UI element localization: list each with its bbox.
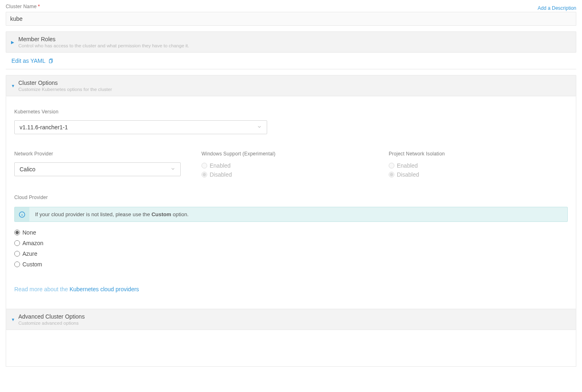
edit-as-yaml-link[interactable]: Edit as YAML [11,58,54,64]
svg-rect-1 [49,60,51,63]
cloud-provider-label: Cloud Provider [14,195,48,200]
cloud-provider-azure-radio[interactable]: Azure [14,250,568,257]
member-roles-title: Member Roles [18,36,571,42]
required-asterisk: * [38,3,40,9]
advanced-options-title: Advanced Cluster Options [18,313,571,320]
windows-support-disabled-text: Disabled [210,171,232,178]
cluster-name-input[interactable] [6,12,576,26]
k8s-version-select[interactable]: v1.11.6-rancher1-1 [14,120,267,134]
edit-as-yaml-label: Edit as YAML [11,58,46,64]
windows-support-enabled-text: Enabled [210,162,230,169]
windows-support-enabled-radio: Enabled [201,162,381,169]
advanced-options-body [6,330,576,367]
chevron-down-icon: ▼ [11,84,18,88]
read-more-prefix: Read more about the [14,286,69,292]
project-isolation-disabled-radio: Disabled [389,171,568,178]
clipboard-icon [48,58,54,64]
add-description-link[interactable]: Add a Description [538,5,576,11]
cluster-options-subtitle: Customize Kubernetes options for the clu… [18,87,571,92]
project-isolation-label: Project Network Isolation [389,151,445,157]
project-isolation-enabled-text: Enabled [397,162,418,169]
network-provider-value: Calico [20,166,35,173]
cluster-options-section-header[interactable]: ▼ Cluster Options Customize Kubernetes o… [6,75,576,96]
windows-support-label: Windows Support (Experimental) [201,151,275,157]
cluster-options-title: Cluster Options [18,80,571,86]
chevron-down-icon [257,124,262,131]
cloud-provider-amazon-text: Amazon [22,240,43,246]
member-roles-subtitle: Control who has access to the cluster an… [18,43,571,48]
network-provider-label: Network Provider [14,151,53,157]
chevron-down-icon [170,166,175,173]
cloud-info-suffix: option. [171,211,189,217]
chevron-down-icon: ▼ [11,317,18,322]
cloud-provider-none-radio[interactable]: None [14,229,568,236]
cloud-provider-amazon-radio[interactable]: Amazon [14,240,568,246]
advanced-options-section-header[interactable]: ▼ Advanced Cluster Options Customize adv… [6,309,576,330]
project-isolation-enabled-radio: Enabled [389,162,568,169]
cluster-name-label: Cluster Name [6,4,37,9]
cloud-provider-custom-text: Custom [22,261,42,268]
cloud-provider-none-text: None [22,229,36,236]
advanced-options-subtitle: Customize advanced options [18,321,571,326]
k8s-version-value: v1.11.6-rancher1-1 [20,124,68,131]
chevron-right-icon: ▶ [11,40,18,44]
k8s-version-label: Kubernetes Version [14,109,58,115]
cloud-info-prefix: If your cloud provider is not listed, pl… [35,211,151,217]
windows-support-disabled-radio: Disabled [201,171,381,178]
cloud-info-bold: Custom [151,211,171,217]
network-provider-select[interactable]: Calico [14,162,181,176]
k8s-cloud-providers-link[interactable]: Kubernetes cloud providers [69,286,139,292]
cluster-options-body: Kubernetes Version v1.11.6-rancher1-1 Ne… [6,96,576,309]
member-roles-section-header[interactable]: ▶ Member Roles Control who has access to… [6,31,576,53]
cloud-provider-custom-radio[interactable]: Custom [14,261,568,268]
cloud-provider-info: If your cloud provider is not listed, pl… [14,207,568,222]
cloud-provider-azure-text: Azure [22,250,38,257]
info-icon [15,207,29,221]
project-isolation-disabled-text: Disabled [397,171,419,178]
